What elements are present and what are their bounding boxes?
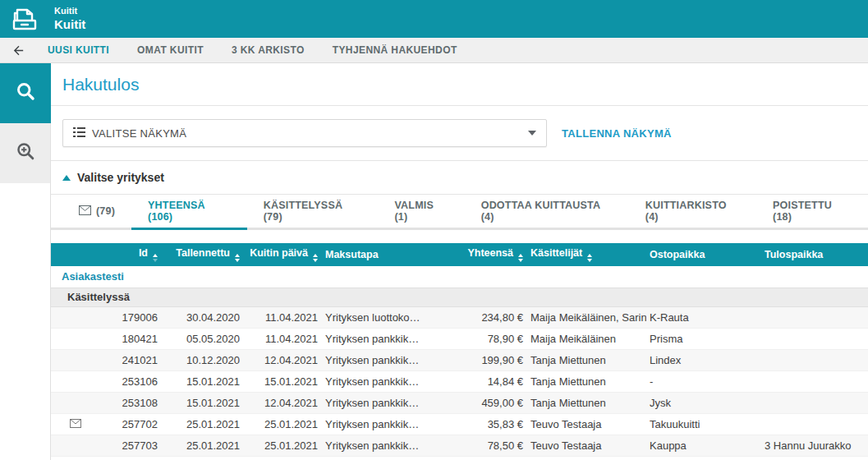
nav-item-3kk-arkisto[interactable]: 3 KK ARKISTO [232,44,305,56]
sort-icon [587,254,592,262]
cell-kasittelijat: Teuvo Testaaja [527,413,646,435]
cell-id: 253108 [100,392,162,413]
group-link-row: Asiakastesti [51,266,868,288]
cell-yhteensa: 35,83 € [457,413,527,435]
cell-tallennettu: 05.05.2020 [162,328,244,349]
tab-kasittelyssa[interactable]: KÄSITTELYSSÄ (79) [247,195,379,230]
cell-kasittelijat: Maija Meikäläinen, Sarin Asi… [527,306,646,328]
cell-id: 257703 [100,435,162,456]
cell-tulospaikka [761,413,868,435]
view-select-value: VALITSE NÄKYMÄ [92,127,528,140]
cell-maksutapa: Yrityksen pankkik… [322,413,457,435]
tab-yhteensa[interactable]: YHTEENSÄ (106) [131,195,247,230]
cell-tallennettu: 15.01.2021 [162,370,244,392]
tab-unread[interactable]: (79) [62,195,131,230]
app-bar: Kuitit Kuitit [0,0,868,38]
cell-maksutapa: Yrityksen pankkik… [322,370,457,392]
cell-maksutapa: Yrityksen pankkik… [322,328,457,349]
cell-kuitin-paiva: 25.01.2021 [244,435,322,456]
envelope-icon [70,418,81,430]
table-row[interactable]: 241021 10.12.2020 12.04.2021 Yrityksen p… [51,349,868,370]
cell-maksutapa: Yrityksen pankkik… [322,349,457,370]
cell-id: 179006 [100,306,162,328]
cell-tallennettu: 10.12.2020 [162,349,244,370]
cell-tallennettu: 25.01.2021 [162,413,244,435]
sort-icon [235,254,240,262]
cell-yhteensa: 78,50 € [457,435,527,456]
cell-ostopaikka: Prisma [646,328,761,349]
column-header-ostopaikka[interactable]: Ostopaikka [646,243,761,266]
column-header-kasittelijat[interactable]: Käsittelijät [527,243,646,266]
cell-maksutapa: Yrityksen luottoko… [322,306,457,328]
receipts-archive-icon [8,6,44,32]
cell-yhteensa: 78,90 € [457,328,527,349]
sidebar-item-search[interactable] [0,63,51,123]
nav-item-uusi-kuitti[interactable]: UUSI KUITTI [48,44,109,56]
cell-ostopaikka: - [646,370,761,392]
app-label: Kuitit [54,6,85,17]
cell-kuitin-paiva: 25.01.2021 [244,413,322,435]
cell-tallennettu: 15.01.2021 [162,392,244,413]
list-icon [73,126,85,140]
cell-ostopaikka: Takuukuitti [646,413,761,435]
tab-poistettu[interactable]: POISTETTU (18) [756,195,868,230]
cell-ostopaikka: Lindex [646,349,761,370]
column-header-maksutapa[interactable]: Maksutapa [322,243,457,266]
tab-valmis[interactable]: VALMIS (1) [379,195,465,230]
cell-tulospaikka [761,306,868,328]
cell-kasittelijat: Tanja Miettunen [527,392,646,413]
cell-yhteensa: 199,90 € [457,349,527,370]
column-header-icon [51,243,100,266]
column-header-tulospaikka[interactable]: Tulospaikka [761,243,868,266]
cell-kuitin-paiva: 15.01.2021 [244,370,322,392]
table-row[interactable]: 253108 15.01.2021 12.04.2021 Yrityksen p… [51,392,868,413]
cell-kasittelijat: Tanja Miettunen [527,349,646,370]
cell-id: 253106 [100,370,162,392]
nav-bar: UUSI KUITTI OMAT KUITIT 3 KK ARKISTO TYH… [0,38,868,63]
column-header-yhteensa[interactable]: Yhteensä [457,243,527,266]
cell-id: 241021 [100,349,162,370]
nav-item-tyhjenna-hakuehdot[interactable]: TYHJENNÄ HAKUEHDOT [333,44,457,56]
table-row[interactable]: 253106 15.01.2021 15.01.2021 Yrityksen p… [51,370,868,392]
table-row[interactable]: 257702 25.01.2021 25.01.2021 Yrityksen p… [51,413,868,435]
sort-icon [518,254,523,262]
cell-tulospaikka [761,370,868,392]
table-row[interactable]: 180421 05.05.2020 11.04.2021 Yrityksen p… [51,328,868,349]
companies-toggle[interactable]: Valitse yritykset [77,171,164,184]
view-select[interactable]: VALITSE NÄKYMÄ [62,119,547,147]
save-view-link[interactable]: TALLENNA NÄKYMÄ [562,127,672,140]
table-row[interactable]: 179006 30.04.2020 11.04.2021 Yrityksen l… [51,306,868,328]
cell-kuitin-paiva: 11.04.2021 [244,306,322,328]
sidebar-item-advanced-search[interactable] [0,123,51,183]
cell-kasittelijat: Tanja Miettunen [527,370,646,392]
cell-ostopaikka: Jysk [646,392,761,413]
cell-tallennettu: 30.04.2020 [162,306,244,328]
group-header-row: Käsittelyssä [51,288,868,306]
envelope-icon [79,205,91,218]
cell-tallennettu: 25.01.2021 [162,435,244,456]
cell-tulospaikka [761,349,868,370]
cell-id: 180421 [100,328,162,349]
cell-tulospaikka [761,392,868,413]
cell-maksutapa: Yrityksen pankkik… [322,392,457,413]
cell-kuitin-paiva: 11.04.2021 [244,328,322,349]
tab-kuittiarkisto[interactable]: KUITTIARKISTO (4) [629,195,756,230]
arrow-back-icon[interactable] [11,44,36,58]
tab-odottaa-kuittausta[interactable]: ODOTTAA KUITTAUSTA (4) [465,195,629,230]
cell-kasittelijat: Teuvo Testaaja [527,435,646,456]
nav-item-omat-kuitit[interactable]: OMAT KUITIT [137,44,204,56]
company-group-link[interactable]: Asiakastesti [62,270,124,283]
collapse-up-icon[interactable] [62,175,71,181]
sort-icon [153,254,158,262]
zoom-in-icon [15,140,37,166]
column-header-tallennettu[interactable]: Tallennettu [162,243,244,266]
status-tabs: (79) YHTEENSÄ (106) KÄSITTELYSSÄ (79) VA… [51,195,868,230]
cell-id: 257702 [100,413,162,435]
sort-icon [313,254,318,262]
cell-kasittelijat: Maija Meikäläinen [527,328,646,349]
table-row[interactable]: 257703 25.01.2021 25.01.2021 Yrityksen p… [51,435,868,456]
cell-tulospaikka: 3 Hannu Juurakko [761,435,868,456]
column-header-id[interactable]: Id [100,243,162,266]
column-header-kuitin-paiva[interactable]: Kuitin päivä [244,243,322,266]
sidebar [0,63,51,460]
